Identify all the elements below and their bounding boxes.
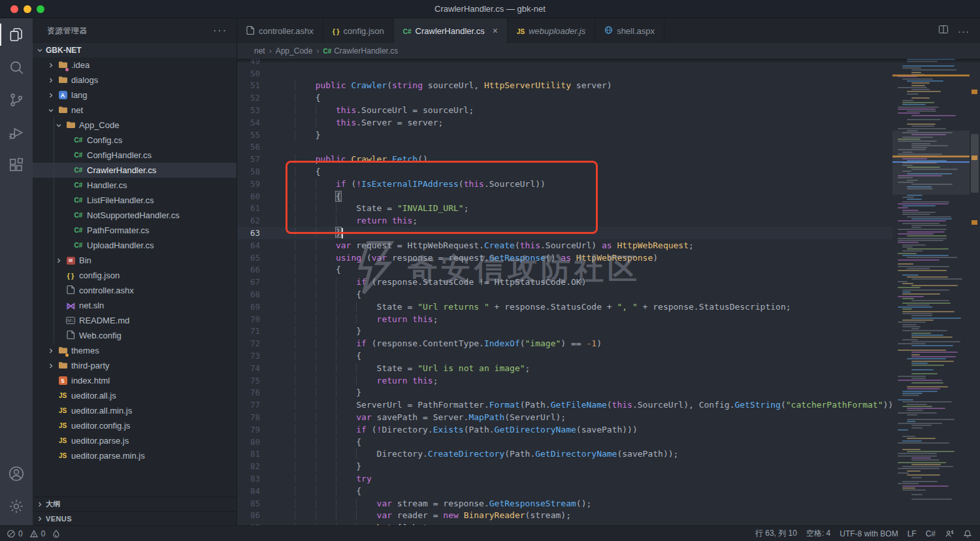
code-line-61[interactable]: 61 State = "INVALID_URL"; <box>237 203 892 215</box>
status-feedback-icon[interactable] <box>945 529 954 538</box>
tree-item-lang[interactable]: Alang <box>33 88 237 103</box>
tree-item-handler-cs[interactable]: C#Handler.cs <box>33 178 237 193</box>
status-flame-icon[interactable] <box>52 529 61 538</box>
tree-item-uploadhandler-cs[interactable]: C#UploadHandler.cs <box>33 238 237 253</box>
code-line-63[interactable]: 63 } <box>237 227 892 239</box>
tab-controller-ashx[interactable]: controller.ashx <box>237 18 323 43</box>
code-line-58[interactable]: 58 { <box>237 165 892 178</box>
code-line-74[interactable]: 74 State = "Url is not an image"; <box>237 362 892 374</box>
tree-item-net-sln[interactable]: ⋈net.sln <box>33 298 237 313</box>
activity-search-icon[interactable] <box>0 51 33 84</box>
code-line-60[interactable]: 60 { <box>237 190 892 203</box>
code-line-69[interactable]: 69 State = "Url returns " + response.Sta… <box>237 301 892 313</box>
status-warning-icon[interactable]: 0 <box>29 529 46 538</box>
minimize-window-button[interactable] <box>24 5 31 13</box>
code-line-80[interactable]: 80 { <box>237 436 892 448</box>
code-line-55[interactable]: 55 } <box>237 129 892 141</box>
panel-outline[interactable]: 大纲 <box>33 497 237 511</box>
zoom-window-button[interactable] <box>37 5 44 13</box>
status-error-icon[interactable]: 0 <box>7 529 23 538</box>
panel-venus[interactable]: VENUS <box>33 511 237 525</box>
code-line-51[interactable]: 51 public Crawler(string sourceUrl, Http… <box>237 80 892 92</box>
tab-shell-aspx[interactable]: shell.aspx <box>595 18 664 43</box>
code-line-83[interactable]: 83 try <box>237 472 892 485</box>
tree-item-web-config[interactable]: Web.config <box>33 328 237 343</box>
tree-item-readme-md[interactable]: M↓README.md <box>33 313 237 328</box>
status-bell-icon[interactable] <box>963 529 972 538</box>
minimap-slider[interactable] <box>892 131 970 195</box>
close-icon[interactable]: × <box>493 25 498 36</box>
tree-item-bin[interactable]: Bin <box>33 253 237 268</box>
tree-item-crawlerhandler-cs[interactable]: C#CrawlerHandler.cs <box>33 163 237 178</box>
tree-item-dialogs[interactable]: dialogs <box>33 73 237 88</box>
tree-item-ueditor-all-min-js[interactable]: JSueditor.all.min.js <box>33 403 237 418</box>
code-line-49[interactable]: 49 <box>237 59 892 67</box>
activity-settings-icon[interactable] <box>0 490 33 523</box>
tree-item-ueditor-all-js[interactable]: JSueditor.all.js <box>33 388 237 403</box>
code-line-72[interactable]: 72 if (response.ContentType.IndexOf("ima… <box>237 337 892 350</box>
code-line-57[interactable]: 57 public Crawler Fetch() <box>237 153 892 165</box>
code-line-70[interactable]: 70 return this; <box>237 313 892 325</box>
code-line-75[interactable]: 75 return this; <box>237 374 892 387</box>
tab-webuploader-js[interactable]: JSwebuploader.js <box>508 18 595 43</box>
tree-item-controller-ashx[interactable]: controller.ashx <box>33 283 237 298</box>
scrollbar-thumb[interactable] <box>971 134 979 193</box>
tree-item-ueditor-config-js[interactable]: JSueditor.config.js <box>33 418 237 433</box>
code-line-62[interactable]: 62 return this; <box>237 214 892 227</box>
status-item-status-right-4[interactable]: C# <box>926 529 936 538</box>
tree-item-themes[interactable]: themes <box>33 343 237 358</box>
code-line-86[interactable]: 86 var reader = new BinaryReader(stream)… <box>237 509 892 521</box>
code-line-59[interactable]: 59 if (!IsExternalIPAddress(this.SourceU… <box>237 178 892 190</box>
tree-item-net[interactable]: net <box>33 103 237 118</box>
split-editor-icon[interactable] <box>938 24 949 37</box>
tree-item-config-cs[interactable]: C#Config.cs <box>33 133 237 148</box>
tab-config-json[interactable]: { }config.json <box>323 18 394 43</box>
code-line-76[interactable]: 76 } <box>237 387 892 399</box>
activity-explorer-icon[interactable] <box>0 18 33 51</box>
status-item-status-right-0[interactable]: 行 63, 列 10 <box>755 528 797 539</box>
code-line-85[interactable]: 85 var stream = response.GetResponseStre… <box>237 497 892 510</box>
code-line-78[interactable]: 78 var savePath = Server.MapPath(ServerU… <box>237 411 892 423</box>
tree-item-ueditor-parse-js[interactable]: JSueditor.parse.js <box>33 433 237 448</box>
overview-ruler[interactable] <box>970 59 980 525</box>
tree-item-pathformater-cs[interactable]: C#PathFormater.cs <box>33 223 237 238</box>
code-line-50[interactable]: 50 <box>237 67 892 80</box>
tree-item-index-html[interactable]: 5index.html <box>33 373 237 388</box>
activity-run-debug-icon[interactable] <box>0 116 33 149</box>
tree-root-gbk-net[interactable]: GBK-NET <box>33 43 237 57</box>
breadcrumb-net[interactable]: net <box>254 46 265 56</box>
code-line-84[interactable]: 84 { <box>237 485 892 497</box>
code-line-81[interactable]: 81 Directory.CreateDirectory(Path.GetDir… <box>237 448 892 461</box>
code-line-54[interactable]: 54 this.Server = server; <box>237 116 892 129</box>
code-line-65[interactable]: 65 using (var response = request.GetResp… <box>237 252 892 264</box>
breadcrumb-app-code[interactable]: App_Code <box>276 46 313 56</box>
editor-more-actions-icon[interactable]: ··· <box>958 25 970 37</box>
code-line-52[interactable]: 52 { <box>237 91 892 104</box>
code-line-53[interactable]: 53 this.SourceUrl = sourceUrl; <box>237 104 892 116</box>
status-item-status-right-1[interactable]: 空格: 4 <box>806 528 830 539</box>
activity-extensions-icon[interactable] <box>0 149 33 182</box>
code-line-82[interactable]: 82 } <box>237 460 892 472</box>
code-line-64[interactable]: 64 var request = HttpWebRequest.Create(t… <box>237 239 892 252</box>
code-line-66[interactable]: 66 { <box>237 264 892 276</box>
tree-item-ueditor-parse-min-js[interactable]: JSueditor.parse.min.js <box>33 448 237 463</box>
tree-item--idea[interactable]: .idea <box>33 57 237 73</box>
tree-item-third-party[interactable]: third-party <box>33 358 237 373</box>
code-line-73[interactable]: 73 { <box>237 350 892 362</box>
code-line-71[interactable]: 71 } <box>237 325 892 338</box>
tree-item-listfilehandler-cs[interactable]: C#ListFileHandler.cs <box>33 193 237 208</box>
code-line-79[interactable]: 79 if (!Directory.Exists(Path.GetDirecto… <box>237 423 892 436</box>
breadcrumb-file[interactable]: C# CrawlerHandler.cs <box>323 46 398 56</box>
code-line-56[interactable]: 56 <box>237 141 892 154</box>
code-editor[interactable]: 495051 public Crawler(string sourceUrl, … <box>237 59 980 525</box>
code-line-77[interactable]: 77 ServerUrl = PathFormatter.Format(Path… <box>237 399 892 411</box>
minimap[interactable] <box>892 59 970 525</box>
activity-source-control-icon[interactable] <box>0 84 33 116</box>
status-item-status-right-2[interactable]: UTF-8 with BOM <box>840 529 898 538</box>
tab-crawlerhandler-cs[interactable]: C#CrawlerHandler.cs× <box>394 18 508 43</box>
code-line-67[interactable]: 67 if (response.StatusCode != HttpStatus… <box>237 276 892 288</box>
code-line-87[interactable]: 87 byte[] bytes; <box>237 521 892 525</box>
close-window-button[interactable] <box>10 5 18 13</box>
activity-account-icon[interactable] <box>0 457 33 490</box>
more-actions-icon[interactable]: ··· <box>213 25 227 37</box>
